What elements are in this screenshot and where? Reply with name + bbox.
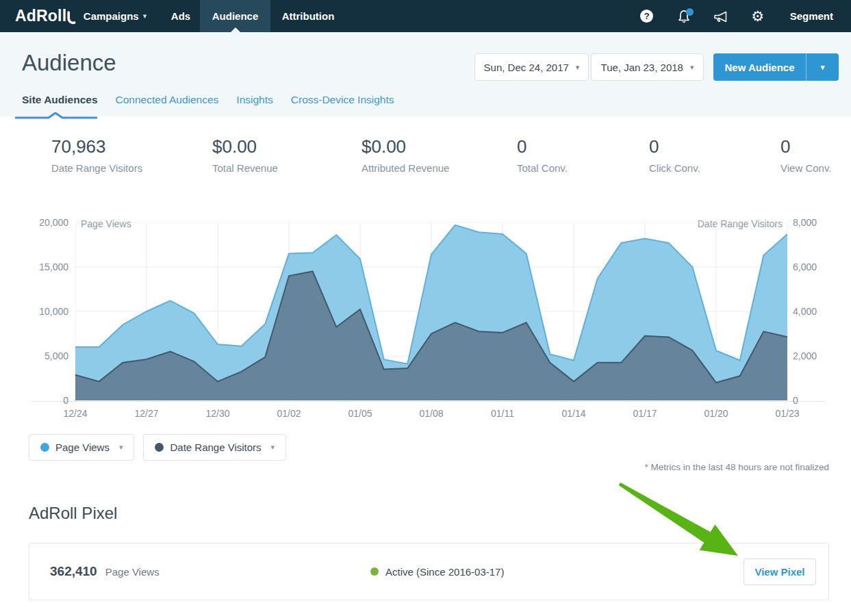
x-axis-tick: 01/14 xyxy=(552,408,596,419)
date-range-visitors-dot-icon xyxy=(155,443,164,452)
active-tab-underline xyxy=(15,112,97,119)
stat-attributed-revenue: $0.00 Attributed Revenue xyxy=(361,137,449,174)
gear-icon: ⚙ xyxy=(751,9,764,23)
pixel-status: Active (Since 2016-03-17) xyxy=(370,543,504,600)
y-axis-left-tick: 20,000 xyxy=(7,218,68,227)
adroll-logo-text: AdRoll xyxy=(15,7,66,25)
top-navbar: AdRoll Campaigns ▾ Ads Audience Attribut… xyxy=(0,0,851,32)
stat-label: View Conv. xyxy=(780,162,831,174)
stat-value: 0 xyxy=(649,137,700,157)
stat-total-conv: 0 Total Conv. xyxy=(517,137,568,174)
stat-value: 0 xyxy=(780,137,831,157)
chart-legend: Page Views ▾ Date Range Visitors ▾ xyxy=(29,434,286,461)
new-audience-split-button: New Audience ▾ xyxy=(713,53,839,81)
chevron-down-icon: ▾ xyxy=(690,63,694,72)
stat-click-conv: 0 Click Conv. xyxy=(649,137,700,174)
x-axis-tick: 01/23 xyxy=(765,408,809,419)
end-date-select[interactable]: Tue, Jan 23, 2018 ▾ xyxy=(591,53,704,81)
x-axis-tick: 12/24 xyxy=(53,408,97,419)
audience-tabs: Site Audiences Connected Audiences Insig… xyxy=(22,94,394,116)
start-date-select[interactable]: Sun, Dec 24, 2017 ▾ xyxy=(474,53,589,81)
legend-label: Page Views xyxy=(55,441,110,453)
y-axis-left-tick: 15,000 xyxy=(7,262,68,272)
adroll-logo[interactable]: AdRoll xyxy=(15,0,76,32)
x-axis-tick: 01/11 xyxy=(481,408,524,419)
stat-label: Attributed Revenue xyxy=(361,162,449,174)
nav-attribution[interactable]: Attribution xyxy=(275,0,341,32)
active-nav-notch xyxy=(231,27,240,32)
status-dot-icon xyxy=(370,567,379,576)
pixel-page-views-label: Page Views xyxy=(105,566,160,578)
nav-audience[interactable]: Audience xyxy=(200,0,270,32)
y-axis-right-tick: 4,000 xyxy=(793,307,817,316)
settings-button[interactable]: ⚙ xyxy=(749,8,767,25)
legend-date-range-visitors-select[interactable]: Date Range Visitors ▾ xyxy=(143,434,286,461)
stat-label: Click Conv. xyxy=(649,162,700,174)
help-icon: ? xyxy=(640,10,653,23)
stat-view-conv: 0 View Conv. xyxy=(780,137,831,174)
stat-label: Date Range Visitors xyxy=(51,162,142,174)
nav-ads[interactable]: Ads xyxy=(162,0,200,32)
tab-connected-audiences[interactable]: Connected Audiences xyxy=(116,94,219,116)
y-axis-left-tick: 5,000 xyxy=(7,351,68,361)
pixel-page-views: 362,410 Page Views xyxy=(50,543,160,600)
stat-value: 0 xyxy=(517,137,568,157)
x-axis-tick: 01/08 xyxy=(409,408,453,419)
chevron-down-icon: ▾ xyxy=(271,443,275,452)
new-audience-dropdown-button[interactable]: ▾ xyxy=(806,53,839,81)
stat-label: Total Revenue xyxy=(212,162,278,174)
page-views-dot-icon xyxy=(40,443,49,452)
y-axis-left-tick: 0 xyxy=(7,396,68,405)
chevron-down-icon: ▾ xyxy=(143,12,147,21)
account-menu[interactable]: Segment xyxy=(790,10,833,22)
nav-audience-label: Audience xyxy=(212,10,259,22)
x-axis-tick: 12/30 xyxy=(196,408,240,419)
stat-value: $0.00 xyxy=(361,137,449,157)
end-date-value: Tue, Jan 23, 2018 xyxy=(601,62,683,73)
nav-campaigns[interactable]: Campaigns ▾ xyxy=(81,0,149,32)
x-axis-tick: 01/05 xyxy=(338,408,382,419)
area-chart-plot[interactable] xyxy=(75,222,787,400)
pixel-page-views-value: 362,410 xyxy=(50,564,97,579)
y-axis-left-tick: 10,000 xyxy=(7,307,68,316)
nav-campaigns-label: Campaigns xyxy=(84,10,139,22)
page-title: Audience xyxy=(22,50,116,76)
chevron-down-icon: ▾ xyxy=(576,63,580,72)
y-axis-right-tick: 0 xyxy=(793,396,798,405)
legend-label: Date Range Visitors xyxy=(170,441,261,453)
tab-site-audiences-label: Site Audiences xyxy=(22,94,98,105)
megaphone-icon xyxy=(713,9,729,24)
x-axis-tick: 01/02 xyxy=(267,408,311,419)
navbar-right-group: ? ⚙ Segment xyxy=(638,0,851,32)
tab-insights[interactable]: Insights xyxy=(236,94,272,116)
app-root: AdRoll Campaigns ▾ Ads Audience Attribut… xyxy=(0,0,851,616)
y-axis-right-tick: 2,000 xyxy=(793,351,817,361)
x-axis-tick: 12/27 xyxy=(125,408,168,419)
view-pixel-button[interactable]: View Pixel xyxy=(744,559,816,585)
stat-total-revenue: $0.00 Total Revenue xyxy=(212,137,278,174)
x-axis-tick: 01/20 xyxy=(694,408,738,419)
pixel-card: 362,410 Page Views Active (Since 2016-03… xyxy=(29,543,829,600)
pixel-status-text: Active (Since 2016-03-17) xyxy=(385,566,504,578)
announcements-button[interactable] xyxy=(712,8,730,25)
help-button[interactable]: ? xyxy=(638,8,656,25)
page-header: Audience Sun, Dec 24, 2017 ▾ Tue, Jan 23… xyxy=(0,32,851,116)
y-axis-right-tick: 8,000 xyxy=(793,218,817,227)
stat-value: 70,963 xyxy=(51,137,142,157)
chevron-down-icon: ▾ xyxy=(119,443,123,452)
stat-label: Total Conv. xyxy=(517,162,568,174)
x-axis-baseline xyxy=(31,401,825,402)
stat-date-range-visitors: 70,963 Date Range Visitors xyxy=(51,137,142,174)
tab-site-audiences[interactable]: Site Audiences xyxy=(22,94,98,116)
tab-cross-device-insights[interactable]: Cross-Device Insights xyxy=(291,94,394,116)
stat-value: $0.00 xyxy=(212,137,278,157)
new-audience-button[interactable]: New Audience xyxy=(713,53,806,81)
logo-curl-icon xyxy=(67,11,76,26)
x-axis-tick: 01/17 xyxy=(623,408,667,419)
legend-page-views-select[interactable]: Page Views ▾ xyxy=(29,434,134,461)
y-axis-right-tick: 6,000 xyxy=(793,262,817,272)
traffic-chart: Page Views Date Range Visitors 05,00010,… xyxy=(0,212,851,421)
notifications-button[interactable] xyxy=(675,8,693,25)
pixel-section-title: AdRoll Pixel xyxy=(29,504,117,523)
metrics-footnote: * Metrics in the last 48 hours are not f… xyxy=(645,462,829,472)
